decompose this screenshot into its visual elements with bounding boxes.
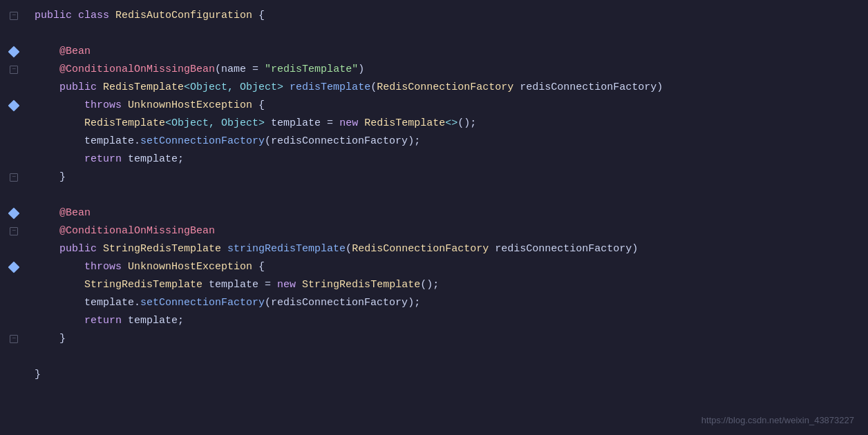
token-bracket: } xyxy=(59,171,66,183)
token-class-name: RedisConnectionFactory xyxy=(377,81,513,93)
token-operator: { xyxy=(252,261,265,273)
code-line: RedisTemplate<Object, Object> template =… xyxy=(0,115,868,133)
gutter: − xyxy=(0,173,28,182)
token-string: "redisTemplate" xyxy=(265,64,358,75)
token-method-name: setConnectionFactory xyxy=(140,297,265,309)
token-operator: { xyxy=(252,99,265,111)
gutter xyxy=(0,209,28,218)
gutter: − xyxy=(0,335,28,343)
token-kw-public: return xyxy=(84,315,128,327)
token-variable: template xyxy=(84,297,134,309)
code-content: return template; xyxy=(28,313,868,329)
token-class-name: UnknownHostException xyxy=(128,99,252,111)
token-param-name: redisConnectionFactory xyxy=(271,297,408,309)
token-param-name: redisConnectionFactory xyxy=(495,243,632,255)
token-variable: template xyxy=(128,153,178,165)
code-content: public class RedisAutoConfiguration { xyxy=(28,8,868,24)
code-line: return template; xyxy=(0,151,868,168)
token-paren: ( xyxy=(370,81,377,93)
token-paren: ( xyxy=(215,64,221,75)
token-kw-public: public xyxy=(59,243,103,255)
token-kw-class: class xyxy=(78,10,115,21)
code-line: @Bean xyxy=(0,204,868,222)
token-paren: ) xyxy=(358,64,364,75)
code-content: RedisTemplate<Object, Object> template =… xyxy=(28,115,868,132)
code-line: − @ConditionalOnMissingBean(name = "redi… xyxy=(0,61,868,79)
token-paren: ) xyxy=(408,135,414,147)
token-method-name: stringRedisTemplate xyxy=(227,243,346,255)
token-kw-throws: throws xyxy=(84,261,128,273)
token-operator: . xyxy=(134,297,140,309)
token-paren: ) xyxy=(632,243,638,255)
token-annotation: @Bean xyxy=(59,46,91,57)
fold-icon[interactable]: − xyxy=(10,173,18,182)
fold-icon[interactable]: − xyxy=(10,66,18,74)
code-line: template.setConnectionFactory(redisConne… xyxy=(0,133,868,151)
code-line xyxy=(0,348,868,366)
token-operator: = xyxy=(258,279,277,291)
token-paren: ( xyxy=(265,297,271,309)
token-operator: . xyxy=(134,135,140,147)
token-variable: template xyxy=(271,117,321,129)
code-content: @Bean xyxy=(28,205,868,222)
token-operator: ; xyxy=(178,315,184,327)
token-paren: () xyxy=(420,279,433,291)
token-operator xyxy=(202,279,209,291)
token-operator: = xyxy=(321,117,339,129)
token-variable: template xyxy=(128,315,178,327)
token-param-name: redisConnectionFactory xyxy=(520,81,657,93)
token-class-name: RedisAutoConfiguration xyxy=(115,10,252,21)
token-operator: ; xyxy=(414,297,420,309)
code-line: − @ConditionalOnMissingBean xyxy=(0,222,868,240)
token-variable: template xyxy=(84,135,134,147)
token-operator xyxy=(283,81,290,93)
token-paren: ) xyxy=(408,297,414,309)
token-paren: ( xyxy=(265,135,271,147)
token-class-name: StringRedisTemplate xyxy=(302,279,420,291)
token-annotation: @Bean xyxy=(59,207,91,219)
debug-diamond-icon xyxy=(8,208,20,220)
watermark: https://blog.csdn.net/weixin_43873227 xyxy=(701,414,854,428)
token-class-name: RedisTemplate xyxy=(103,81,184,93)
code-line xyxy=(0,25,868,43)
token-class-name: RedisConnectionFactory xyxy=(352,243,489,255)
token-variable: template xyxy=(209,279,258,291)
code-content: throws UnknownHostException { xyxy=(28,259,868,276)
token-class-name: RedisTemplate xyxy=(84,117,165,129)
code-line xyxy=(0,186,868,204)
code-line: public StringRedisTemplate stringRedisTe… xyxy=(0,240,868,258)
token-kw-public: public xyxy=(59,81,103,93)
token-kw-throws: throws xyxy=(84,99,128,111)
debug-diamond-icon xyxy=(8,46,20,58)
token-operator xyxy=(489,243,495,255)
token-method-name: setConnectionFactory xyxy=(140,135,265,147)
fold-icon[interactable]: − xyxy=(10,227,18,235)
token-bracket: } xyxy=(35,369,41,380)
token-kw-public: return xyxy=(84,153,128,165)
code-line: throws UnknownHostException { xyxy=(0,97,868,115)
debug-diamond-icon xyxy=(8,262,20,273)
token-kw-new: new xyxy=(277,279,302,291)
code-content: StringRedisTemplate template = new Strin… xyxy=(28,277,868,293)
fold-icon[interactable]: − xyxy=(10,12,18,20)
gutter: − xyxy=(0,12,28,20)
code-line: return template; xyxy=(0,312,868,330)
token-operator xyxy=(221,243,227,255)
token-method-name: redisTemplate xyxy=(290,81,370,93)
token-operator xyxy=(265,117,271,129)
code-line: −public class RedisAutoConfiguration { xyxy=(0,7,868,25)
code-content: @ConditionalOnMissingBean(name = "redisT… xyxy=(28,61,868,78)
code-content: } xyxy=(28,169,868,186)
code-line: @Bean xyxy=(0,43,868,61)
code-line: − } xyxy=(0,330,868,348)
code-content: throws UnknownHostException { xyxy=(28,97,868,114)
code-content: return template; xyxy=(28,151,868,168)
token-kw-public: public xyxy=(35,10,78,21)
fold-icon[interactable]: − xyxy=(10,335,18,343)
token-class-name: RedisTemplate xyxy=(364,117,445,129)
token-generic: <Object, Object> xyxy=(165,117,265,129)
token-param-name: name xyxy=(221,64,246,75)
token-class-name: StringRedisTemplate xyxy=(84,279,202,291)
code-content: template.setConnectionFactory(redisConne… xyxy=(28,295,868,311)
code-line: template.setConnectionFactory(redisConne… xyxy=(0,294,868,312)
